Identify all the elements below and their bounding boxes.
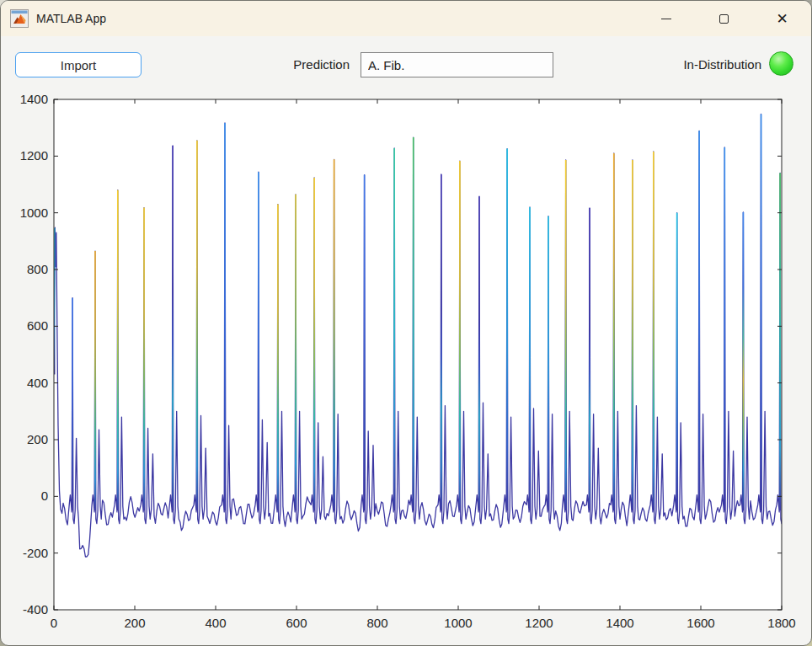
window-title: MATLAB App [36, 12, 106, 25]
svg-text:1000: 1000 [444, 616, 472, 630]
maximize-button[interactable] [695, 1, 753, 36]
window-controls: ✕ [637, 1, 811, 36]
svg-text:400: 400 [205, 616, 226, 630]
svg-text:200: 200 [27, 432, 48, 446]
maximize-icon [719, 14, 729, 24]
close-icon: ✕ [776, 12, 788, 26]
svg-text:1000: 1000 [20, 206, 48, 220]
svg-text:1800: 1800 [767, 616, 795, 630]
prediction-label: Prediction [279, 57, 350, 72]
distribution-label: In-Distribution [656, 57, 761, 72]
close-button[interactable]: ✕ [753, 1, 811, 36]
matlab-app-window: MATLAB App ✕ Import Prediction In-Distri… [0, 0, 812, 646]
svg-text:1400: 1400 [20, 92, 48, 106]
svg-text:600: 600 [27, 318, 48, 333]
svg-text:1200: 1200 [20, 148, 48, 163]
svg-text:600: 600 [286, 616, 307, 630]
status-lamp [769, 51, 793, 76]
prediction-field[interactable] [361, 52, 553, 77]
svg-text:1400: 1400 [606, 616, 633, 630]
svg-text:0: 0 [41, 489, 48, 503]
signal-plot: 020040060080010001200140016001800-400-20… [1, 85, 812, 646]
minimize-button[interactable] [637, 1, 695, 36]
svg-text:1600: 1600 [686, 616, 714, 630]
svg-text:800: 800 [366, 616, 387, 630]
toolbar: Import Prediction In-Distribution [1, 36, 811, 85]
svg-text:400: 400 [27, 376, 48, 390]
svg-text:200: 200 [124, 616, 145, 630]
import-button[interactable]: Import [15, 52, 142, 77]
svg-text:-200: -200 [23, 546, 48, 560]
svg-text:800: 800 [27, 262, 48, 276]
svg-text:-400: -400 [23, 602, 48, 617]
titlebar: MATLAB App ✕ [1, 1, 811, 36]
svg-text:1200: 1200 [525, 616, 553, 630]
minimize-icon [661, 19, 671, 19]
matlab-app-icon [10, 9, 29, 28]
desktop-background: MATLAB App ✕ Import Prediction In-Distri… [0, 0, 812, 646]
svg-text:0: 0 [51, 616, 57, 630]
